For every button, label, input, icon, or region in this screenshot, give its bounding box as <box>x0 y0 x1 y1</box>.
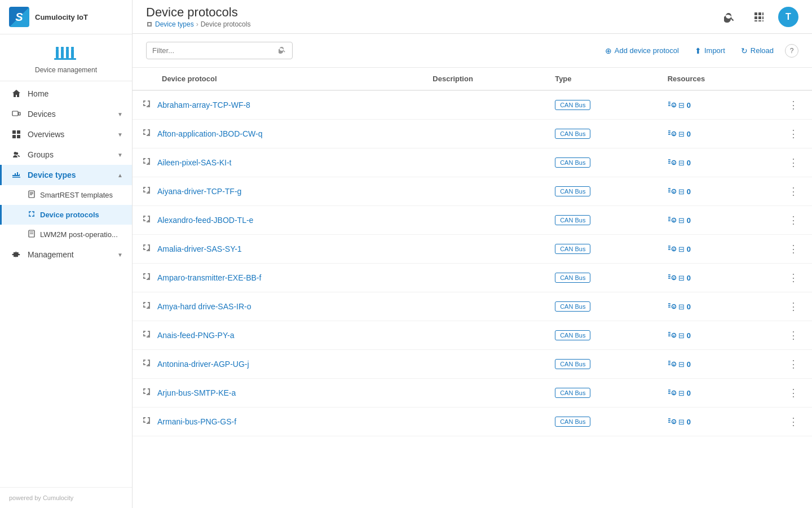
resource-count[interactable]: 0 ⊟ 0 <box>668 418 691 426</box>
svg-rect-2 <box>61 49 64 58</box>
svg-rect-13 <box>12 135 16 138</box>
svg-rect-0 <box>56 49 59 58</box>
row-menu-button[interactable]: ⋮ <box>784 413 803 430</box>
protocol-name-link[interactable]: Arjun-bus-SMTP-KE-a <box>142 387 414 399</box>
protocol-resources-cell: 0 ⊟ 0 <box>659 408 775 436</box>
protocol-name-link[interactable]: Armani-bus-PNG-GS-f <box>142 415 414 428</box>
row-menu-button[interactable]: ⋮ <box>784 269 803 286</box>
row-menu-button[interactable]: ⋮ <box>784 183 803 200</box>
sidebar-item-device-protocols[interactable]: Device protocols <box>0 205 132 225</box>
svg-rect-5 <box>66 47 69 49</box>
protocol-icon <box>142 329 152 341</box>
help-button[interactable]: ? <box>785 44 798 58</box>
sidebar-item-home[interactable]: Home <box>0 84 132 104</box>
svg-text:0: 0 <box>673 219 674 222</box>
protocol-name-link[interactable]: Afton-application-JBOD-CW-q <box>142 128 414 140</box>
resource-count[interactable]: 0 ⊟ 0 <box>668 187 691 196</box>
row-menu-button[interactable]: ⋮ <box>784 154 803 171</box>
protocol-name-link[interactable]: Amya-hard drive-SAS-IR-o <box>142 300 414 313</box>
row-menu-button[interactable]: ⋮ <box>784 240 803 257</box>
sidebar-item-devices[interactable]: Devices ▼ <box>0 104 132 124</box>
protocol-type-cell: CAN Bus <box>546 264 659 292</box>
lwm2m-icon <box>28 230 36 239</box>
row-menu-button[interactable]: ⋮ <box>784 298 803 315</box>
svg-rect-14 <box>17 135 20 138</box>
svg-rect-10 <box>19 112 20 115</box>
sidebar-item-overviews[interactable]: Overviews ▼ <box>0 124 132 144</box>
row-menu-button[interactable]: ⋮ <box>784 384 803 401</box>
reload-button[interactable]: ↻ Reload <box>736 43 778 59</box>
protocol-actions-cell: ⋮ <box>775 292 812 321</box>
col-type: Type <box>546 68 659 90</box>
breadcrumb-parent[interactable]: Device types <box>155 20 194 28</box>
sidebar-header: S Cumulocity IoT <box>0 0 132 34</box>
user-avatar[interactable]: T <box>778 7 798 27</box>
protocol-type-cell: CAN Bus <box>546 148 659 177</box>
protocol-name-link[interactable]: Amparo-transmitter-EXE-BB-f <box>142 271 414 284</box>
svg-rect-30 <box>754 20 757 21</box>
protocol-resources-cell: 0 ⊟ 0 <box>659 148 775 177</box>
protocol-icon <box>142 415 152 428</box>
row-menu-button[interactable]: ⋮ <box>784 212 803 229</box>
protocol-type-cell: CAN Bus <box>546 350 659 379</box>
table-row: Aiyana-driver-TCP-TF-g CAN Bus 0 ⊟ 0 ⋮ <box>133 177 812 206</box>
protocol-actions-cell: ⋮ <box>775 206 812 235</box>
resource-count[interactable]: 0 ⊟ 0 <box>668 245 691 253</box>
svg-text:0: 0 <box>673 248 674 251</box>
protocol-actions-cell: ⋮ <box>775 90 812 120</box>
protocol-name-link[interactable]: Anais-feed-PNG-PY-a <box>142 329 414 341</box>
protocol-name-link[interactable]: Antonina-driver-AGP-UG-j <box>142 358 414 370</box>
resource-count[interactable]: 0 ⊟ 0 <box>668 159 691 167</box>
apps-grid-button[interactable] <box>749 7 769 27</box>
protocol-name-link[interactable]: Aiyana-driver-TCP-TF-g <box>142 185 414 198</box>
import-button[interactable]: ⬆ Import <box>690 43 730 59</box>
row-menu-button[interactable]: ⋮ <box>784 327 803 344</box>
resource-count[interactable]: 0 ⊟ 0 <box>668 331 691 340</box>
resource-count[interactable]: 0 ⊟ 0 <box>668 389 691 397</box>
sidebar-item-groups[interactable]: Groups ▼ <box>0 144 132 165</box>
device-types-icon <box>11 170 22 179</box>
sidebar-item-lwm2m[interactable]: LWM2M post-operatio... <box>0 225 132 244</box>
resource-count[interactable]: 0 ⊟ 0 <box>668 274 691 282</box>
row-menu-button[interactable]: ⋮ <box>784 97 803 113</box>
protocol-name-link[interactable]: Alexandro-feed-JBOD-TL-e <box>142 214 414 226</box>
sidebar-item-device-protocols-label: Device protocols <box>40 211 99 219</box>
protocol-actions-cell: ⋮ <box>775 177 812 206</box>
protocol-name-link[interactable]: Amalia-driver-SAS-SY-1 <box>142 243 414 255</box>
topbar: Device protocols Device types › Device p… <box>133 0 812 34</box>
protocol-description-cell <box>423 90 546 120</box>
svg-text:0: 0 <box>673 277 674 280</box>
svg-rect-7 <box>71 47 74 49</box>
filter-input[interactable] <box>152 46 275 55</box>
sidebar-item-smartrest[interactable]: SmartREST templates <box>0 185 132 205</box>
protocol-resources-cell: 0 ⊟ 0 <box>659 292 775 321</box>
col-description: Description <box>423 68 546 90</box>
resource-count[interactable]: 0 ⊟ 0 <box>668 303 691 311</box>
topbar-left: Device protocols Device types › Device p… <box>146 5 250 28</box>
resource-count[interactable]: 0 ⊟ 0 <box>668 216 691 225</box>
sidebar-item-device-types[interactable]: Device types ▲ <box>0 165 132 185</box>
import-icon: ⬆ <box>695 46 701 55</box>
protocol-name-link[interactable]: Aileen-pixel-SAS-KI-t <box>142 156 414 169</box>
reload-icon: ↻ <box>741 46 748 55</box>
protocols-table-wrapper: Device protocol Description Type Resourc… <box>133 68 812 508</box>
svg-rect-3 <box>61 47 64 49</box>
add-device-protocol-button[interactable]: ⊕ Add device protocol <box>601 43 683 59</box>
protocol-name-link[interactable]: Abraham-array-TCP-WF-8 <box>142 99 414 111</box>
resource-count[interactable]: 0 ⊟ 0 <box>668 130 691 138</box>
type-badge: CAN Bus <box>555 388 590 398</box>
help-label: ? <box>790 47 794 55</box>
sidebar-item-management[interactable]: Management ▼ <box>0 244 132 265</box>
resource-count[interactable]: 0 ⊟ 0 <box>668 360 691 369</box>
resource-count[interactable]: 0 ⊟ 0 <box>668 101 691 110</box>
row-menu-button[interactable]: ⋮ <box>784 125 803 142</box>
devices-chevron-icon: ▼ <box>117 111 123 117</box>
device-management-section: Device management <box>0 34 132 81</box>
svg-rect-12 <box>17 130 20 134</box>
row-menu-button[interactable]: ⋮ <box>784 356 803 373</box>
search-button[interactable] <box>720 7 740 27</box>
app-logo[interactable]: S <box>9 7 29 27</box>
protocol-resources-cell: 0 ⊟ 0 <box>659 321 775 350</box>
svg-rect-31 <box>758 20 761 21</box>
filter-actions: ⊕ Add device protocol ⬆ Import ↻ Reload … <box>601 43 798 59</box>
